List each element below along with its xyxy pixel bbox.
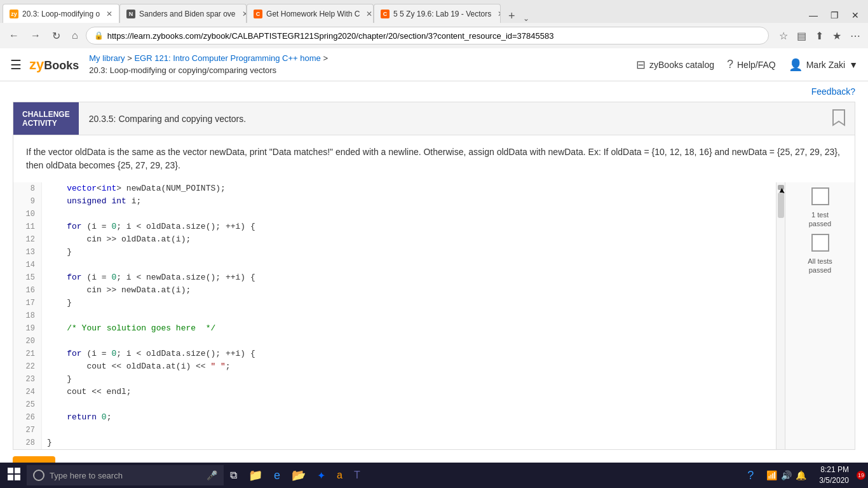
test-results-panel: 1 testpassed All testspassed: [785, 182, 855, 449]
taskbar-dropbox[interactable]: ✦: [312, 464, 330, 487]
address-bar-row: ← → ↻ ⌂ 🔒 https://learn.zybooks.com/zybo…: [0, 23, 868, 48]
microphone-icon[interactable]: 🎤: [207, 470, 217, 480]
user-icon: 👤: [789, 58, 803, 72]
taskbar-search[interactable]: 🎤: [27, 465, 224, 485]
code-editor[interactable]: 8 vector<int> newData(NUM_POINTS); 9 uns…: [13, 182, 776, 449]
share-icon[interactable]: ⬆: [813, 27, 826, 44]
taskbar-amazon[interactable]: a: [332, 464, 348, 487]
help-taskbar-icon: ?: [747, 469, 754, 482]
tab-close-1[interactable]: ✕: [106, 10, 112, 18]
tab-close-3[interactable]: ✕: [366, 10, 372, 18]
volume-icon[interactable]: 🔊: [781, 470, 792, 480]
network-icon[interactable]: 📶: [766, 470, 777, 480]
catalog-button[interactable]: ⊟ zyBooks catalog: [636, 58, 714, 72]
code-line-16: 16 cin >> newData.at(i);: [13, 284, 776, 297]
breadcrumb-section: 20.3: Loop-modifying or copying/comparin…: [89, 65, 276, 75]
tab-1[interactable]: zy 20.3: Loop-modifying o ✕: [3, 4, 119, 23]
code-line-24: 24 cout << endl;: [13, 386, 776, 398]
home-button[interactable]: ⌂: [68, 27, 82, 44]
file-explorer-icon: 📁: [248, 468, 262, 482]
challenge-section: CHALLENGEACTIVITY 20.3.5: Comparing and …: [13, 102, 855, 450]
tab-overflow-button[interactable]: ⌄: [520, 14, 532, 23]
close-button[interactable]: ✕: [845, 8, 865, 23]
back-button[interactable]: ←: [5, 27, 23, 44]
taskbar-right: ? 📶 🔊 🔔 8:21 PM 3/5/2020 19: [742, 464, 865, 487]
svg-rect-1: [15, 468, 20, 473]
tab-bar: zy 20.3: Loop-modifying o ✕ N Sanders an…: [0, 0, 868, 23]
taskbar-file-explorer[interactable]: 📁: [243, 464, 268, 487]
clock-date: 3/5/2020: [819, 475, 849, 486]
cortana-circle-icon: [33, 470, 44, 481]
test-all-label: All testspassed: [808, 257, 832, 275]
tab-close-2[interactable]: ✕: [242, 10, 247, 18]
new-tab-button[interactable]: +: [503, 10, 520, 23]
test-1-label: 1 testpassed: [809, 210, 831, 229]
minimize-button[interactable]: —: [803, 8, 824, 23]
chevron-down-icon: ▼: [849, 60, 858, 70]
more-tools-icon[interactable]: ⋯: [848, 27, 863, 44]
notification-count[interactable]: 19: [857, 471, 865, 480]
system-clock[interactable]: 8:21 PM 3/5/2020: [814, 464, 854, 486]
code-line-19: 19 /* Your solution goes here */: [13, 322, 776, 335]
code-line-26: 26 return 0;: [13, 411, 776, 424]
tab-label-2: Sanders and Biden spar ove: [139, 10, 235, 18]
start-button[interactable]: [3, 468, 25, 484]
code-line-18: 18: [13, 309, 776, 322]
code-line-25: 25: [13, 398, 776, 411]
zy-header: ☰ zyBooks My library > EGR 121: Intro Co…: [0, 48, 868, 81]
code-content: 8 vector<int> newData(NUM_POINTS); 9 uns…: [13, 182, 776, 449]
search-input[interactable]: [50, 471, 201, 480]
help-icon: ?: [727, 58, 733, 71]
dropbox-icon: ✦: [317, 470, 325, 482]
code-line-12: 12 cin >> oldData.at(i);: [13, 233, 776, 246]
catalog-icon: ⊟: [636, 58, 646, 72]
explorer2-icon: 📂: [292, 468, 306, 482]
code-line-17: 17 }: [13, 297, 776, 309]
taskbar: 🎤 ⧉ 📁 e 📂 ✦ a T ? 📶 🔊 🔔 8:21 PM 3/5/2020: [0, 463, 868, 488]
taskbar-edge[interactable]: e: [269, 464, 285, 487]
scrollbar-thumb[interactable]: [778, 193, 784, 218]
taskbar-task-view[interactable]: ⧉: [225, 464, 242, 487]
lock-icon: 🔒: [94, 31, 104, 40]
tab-3[interactable]: C Get Homework Help With C ✕: [247, 4, 374, 23]
code-scrollbar[interactable]: ▲: [776, 182, 785, 449]
zy-logo: zyBooks: [29, 57, 79, 73]
tab-favicon-4: C: [381, 10, 390, 18]
favorites-icon[interactable]: ★: [830, 27, 844, 44]
code-line-14: 14: [13, 259, 776, 271]
reader-view-icon[interactable]: ▤: [794, 27, 809, 44]
bookmark-icon[interactable]: [823, 102, 855, 135]
forward-button[interactable]: →: [27, 27, 44, 44]
clock-time: 8:21 PM: [819, 464, 849, 475]
user-label: Mark Zaki: [806, 60, 845, 70]
tab-4[interactable]: C 5 5 Zy 19.6: Lab 19 - Vectors ✕: [374, 4, 501, 23]
breadcrumb-sep2: >: [323, 53, 328, 63]
run-area: Run: [0, 450, 868, 463]
tab-label-4: 5 5 Zy 19.6: Lab 19 - Vectors: [393, 10, 491, 18]
scrollbar-up-arrow: ▲: [778, 185, 784, 190]
tab-2[interactable]: N Sanders and Biden spar ove ✕: [119, 4, 247, 23]
address-bar[interactable]: 🔒 https://learn.zybooks.com/zybook/CALBA…: [86, 27, 769, 44]
run-button[interactable]: Run: [13, 456, 55, 463]
restore-button[interactable]: ❐: [824, 8, 845, 23]
code-line-23: 23 }: [13, 373, 776, 386]
feedback-link[interactable]: Feedback?: [811, 86, 855, 97]
notification-icon[interactable]: 🔔: [796, 470, 806, 480]
taskbar-teams[interactable]: T: [349, 464, 365, 487]
code-line-28: 28 }: [13, 437, 776, 449]
tab-label-3: Get Homework Help With C: [266, 10, 360, 18]
hamburger-menu[interactable]: ☰: [10, 57, 22, 72]
help-button[interactable]: ? Help/FAQ: [727, 58, 776, 71]
code-line-13: 13 }: [13, 246, 776, 259]
taskbar-help-icon[interactable]: ?: [742, 464, 759, 487]
taskbar-explorer2[interactable]: 📂: [287, 464, 311, 487]
tab-close-4[interactable]: ✕: [498, 10, 501, 18]
svg-rect-3: [15, 475, 20, 480]
refresh-button[interactable]: ↻: [48, 27, 64, 44]
code-line-11: 11 for (i = 0; i < oldData.size(); ++i) …: [13, 220, 776, 233]
user-menu[interactable]: 👤 Mark Zaki ▼: [789, 58, 858, 72]
breadcrumb-course[interactable]: EGR 121: Intro Computer Programming C++ …: [134, 53, 320, 63]
tab-label-1: 20.3: Loop-modifying o: [22, 10, 100, 18]
bookmark-toolbar-icon[interactable]: ☆: [776, 27, 790, 44]
breadcrumb-library[interactable]: My library: [89, 53, 125, 63]
